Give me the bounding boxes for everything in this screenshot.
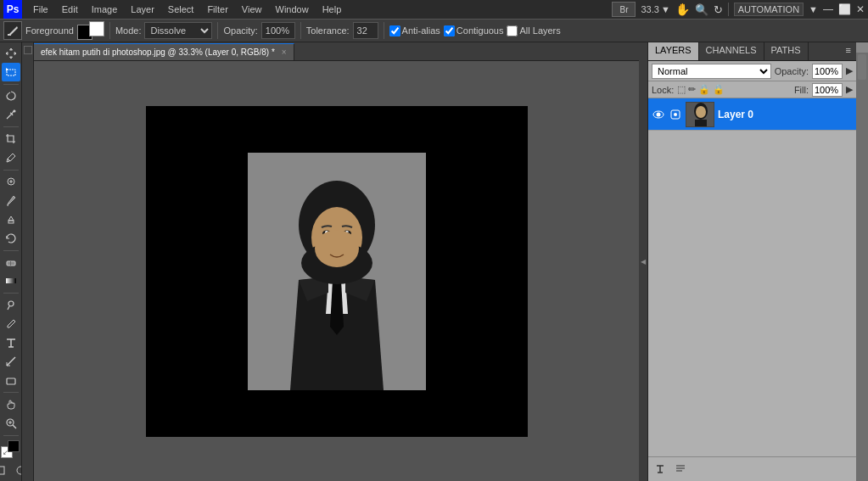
fg-bg-color-picker[interactable]: ↙: [1, 440, 21, 458]
menu-image[interactable]: Image: [86, 3, 124, 16]
toolbar-divider-2: [217, 22, 218, 39]
menu-layer[interactable]: Layer: [125, 3, 160, 16]
tolerance-label: Tolerance:: [306, 25, 350, 36]
contiguous-checkbox[interactable]: [444, 25, 455, 36]
panel-options-arrow[interactable]: ≡: [841, 42, 856, 60]
options-toolbar: Foreground Mode: Dissolve Opacity: Toler…: [0, 19, 868, 42]
quick-mask-tools: [0, 461, 22, 479]
lock-bar: Lock: ⬚ ✏ 🔒 🔒 Fill: ▶: [648, 81, 856, 98]
magic-wand-tool[interactable]: [2, 106, 20, 124]
toolbox: ↙: [0, 42, 22, 481]
svg-point-8: [8, 301, 14, 306]
photo-svg: [248, 153, 426, 390]
panel-action-icons: [652, 461, 853, 478]
opacity-input[interactable]: [261, 22, 295, 39]
svg-rect-7: [6, 278, 16, 283]
crop-tool[interactable]: [2, 130, 20, 148]
hand-tool[interactable]: [2, 395, 20, 413]
tool-options-vertical: [22, 42, 34, 481]
tool-name-label: Foreground: [25, 25, 74, 36]
svg-rect-6: [10, 261, 11, 266]
panel-bottom-bar: [648, 456, 856, 481]
channels-panel-tab[interactable]: CHANNELS: [699, 42, 764, 60]
zoom-tool-icon[interactable]: 🔍: [695, 3, 708, 16]
blend-mode-select[interactable]: Normal: [652, 64, 771, 79]
svg-point-36: [657, 112, 661, 116]
layer-0-visibility[interactable]: [652, 108, 665, 121]
tolerance-input[interactable]: [353, 22, 378, 39]
scrollbar-up[interactable]: [856, 42, 868, 53]
menu-help[interactable]: Help: [316, 3, 348, 16]
toolbar-divider-3: [300, 22, 301, 39]
svg-point-41: [696, 106, 706, 118]
all-layers-label[interactable]: All Layers: [507, 25, 560, 36]
paths-panel-tab[interactable]: PATHS: [764, 42, 809, 60]
maximize-btn[interactable]: ⬜: [838, 3, 851, 15]
shape-tool[interactable]: [2, 372, 20, 389]
menu-view[interactable]: View: [236, 3, 268, 16]
clone-tool[interactable]: [2, 210, 20, 228]
menu-file[interactable]: File: [27, 3, 54, 16]
workspace-arrow[interactable]: ▼: [809, 4, 818, 14]
menu-window[interactable]: Window: [270, 3, 315, 16]
text-layer-icon[interactable]: [652, 461, 669, 478]
eraser-tool[interactable]: [2, 254, 20, 271]
menu-filter[interactable]: Filter: [201, 3, 233, 16]
dodge-tool[interactable]: [2, 296, 20, 314]
opacity-label-panel: Opacity:: [775, 66, 809, 76]
heal-tool[interactable]: [2, 173, 20, 191]
standard-mode[interactable]: [0, 461, 10, 479]
fill-arrow[interactable]: ▶: [846, 84, 853, 95]
all-layers-checkbox[interactable]: [507, 25, 518, 36]
rotate-icon[interactable]: ↻: [714, 3, 723, 16]
layers-panel-tab[interactable]: LAYERS: [648, 42, 699, 60]
marquee-tool[interactable]: [2, 63, 20, 81]
fill-input[interactable]: [812, 83, 843, 97]
gradient-tool[interactable]: [2, 272, 20, 290]
bridge-icon[interactable]: Br: [612, 2, 636, 17]
document-tab[interactable]: efek hitam putih di photoshop.jpg @ 33.3…: [34, 43, 294, 60]
history-tool[interactable]: [2, 229, 20, 247]
lock-all-icon[interactable]: 🔒: [713, 84, 725, 95]
workspace-label[interactable]: AUTOMATION: [734, 3, 804, 16]
menu-select[interactable]: Select: [162, 3, 200, 16]
anti-alias-checkbox[interactable]: [389, 25, 400, 36]
tool-sep-7: [3, 435, 19, 436]
type-tool[interactable]: [2, 334, 20, 352]
svg-rect-42: [695, 120, 707, 127]
close-btn[interactable]: ✕: [856, 3, 865, 15]
scrollbar-thumb[interactable]: [858, 54, 866, 80]
current-tool-icon: [3, 21, 22, 40]
lock-label: Lock:: [652, 85, 674, 95]
pen-tool[interactable]: [2, 315, 20, 333]
path-select-tool[interactable]: [2, 353, 20, 371]
move-tool[interactable]: [2, 44, 20, 62]
tool-preset-icon[interactable]: [24, 46, 32, 54]
menu-bar: Ps File Edit Image Layer Select Filter V…: [0, 0, 868, 19]
svg-rect-9: [7, 378, 15, 384]
tab-close-button[interactable]: ×: [282, 48, 287, 57]
lock-pixels-icon[interactable]: ⬚: [677, 84, 686, 95]
brush-tool[interactable]: [2, 192, 20, 210]
pan-tool-icon[interactable]: ✋: [675, 3, 690, 16]
panel-collapse-handle[interactable]: ◀: [639, 42, 647, 481]
zoom-tool[interactable]: [2, 415, 20, 433]
paragraph-icon[interactable]: [672, 461, 689, 478]
color-swatch-container[interactable]: [77, 21, 104, 40]
eyedropper-tool[interactable]: [2, 148, 20, 166]
canvas-background[interactable]: [34, 61, 639, 481]
lasso-tool[interactable]: [2, 87, 20, 105]
mode-select[interactable]: Dissolve: [144, 22, 212, 39]
menu-edit[interactable]: Edit: [56, 3, 84, 16]
layer-0-item[interactable]: Layer 0: [648, 98, 856, 131]
opacity-arrow[interactable]: ▶: [846, 65, 853, 76]
lock-position-icon[interactable]: ✏: [688, 84, 696, 95]
quick-mask[interactable]: [12, 461, 23, 479]
lock-move-icon[interactable]: 🔒: [698, 84, 710, 95]
right-scrollbar[interactable]: [856, 42, 868, 481]
opacity-input-panel[interactable]: [812, 64, 843, 79]
svg-point-38: [674, 113, 677, 116]
contiguous-label[interactable]: Contiguous: [444, 25, 504, 36]
anti-alias-label[interactable]: Anti-alias: [389, 25, 440, 36]
minimize-btn[interactable]: —: [823, 3, 833, 15]
